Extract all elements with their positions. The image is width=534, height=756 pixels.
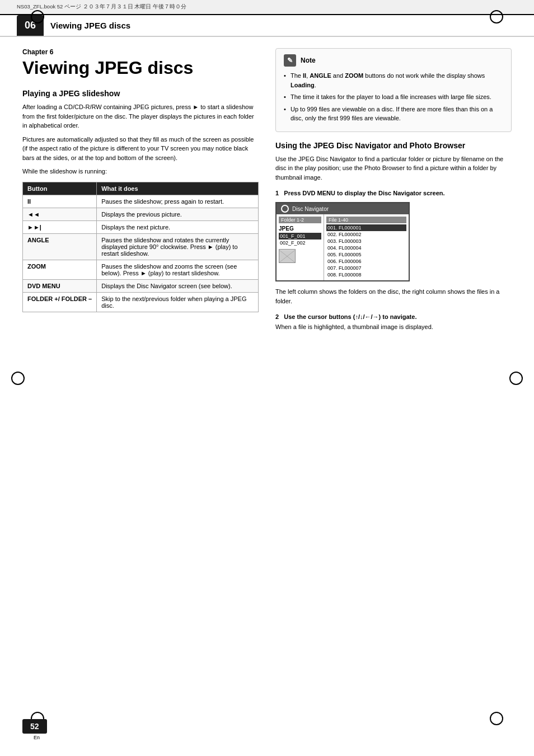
note-item: The time it takes for the player to load…	[284, 92, 503, 102]
note-items: The II, ANGLE and ZOOM buttons do not wo…	[284, 71, 503, 123]
step2-para: When a file is highlighted, a thumbnail …	[275, 322, 512, 332]
table-cell-button: DVD MENU	[23, 279, 97, 292]
disc-nav-body: Folder 1-2 JPEG 001_F_001002_F_002	[277, 214, 409, 280]
table-cell-desc: Pauses the slideshow and rotates the cur…	[97, 233, 259, 260]
table-cell-button: ZOOM	[23, 260, 97, 279]
table-cell-button: ►►|	[23, 220, 97, 233]
disc-nav-file-item: 005. FL000005	[326, 251, 406, 258]
file-info-text: NS03_ZFL.book 52 ページ ２０３年７月３１日 木曜日 午後７時０…	[17, 3, 186, 10]
disc-nav-thumbnail	[279, 249, 296, 263]
note-icon: ✎	[284, 54, 296, 67]
disc-nav-icon	[281, 205, 289, 213]
chapter-label: Chapter 6	[22, 48, 259, 56]
table-header-button: Button	[23, 182, 97, 195]
table-cell-desc: Displays the Disc Navigator screen (see …	[97, 279, 259, 292]
section-heading-navigator: Using the JPEG Disc Navigator and Photo …	[275, 141, 512, 150]
disc-nav-left-panel: Folder 1-2 JPEG 001_F_001002_F_002	[277, 214, 324, 280]
disc-nav-file-item: 007. FL000007	[326, 265, 406, 271]
disc-nav-right-panel: File 1-40 001. FL000001002. FL000002003.…	[324, 214, 409, 280]
table-cell-desc: Displays the next picture.	[97, 220, 259, 233]
table-row: ZOOMPauses the slideshow and zooms the s…	[23, 260, 259, 279]
disc-nav-thumb-row	[279, 248, 321, 264]
table-cell-button: FOLDER +/ FOLDER –	[23, 292, 97, 312]
note-item: Up to 999 files are viewable on a disc. …	[284, 105, 503, 123]
step1-text: Press DVD MENU to display the Disc Navig…	[284, 190, 444, 196]
table-row: IIPauses the slideshow; press again to r…	[23, 195, 259, 208]
disc-nav-folder-item: 001_F_001	[279, 233, 321, 240]
disc-nav-header: Disc Navigator	[277, 203, 409, 214]
table-row: FOLDER +/ FOLDER –Skip to the next/previ…	[23, 292, 259, 312]
chapter-header: 06 Viewing JPEG discs	[0, 15, 534, 37]
note-box: ✎ Note The II, ANGLE and ZOOM buttons do…	[275, 48, 512, 132]
reg-mark-top-right	[490, 10, 503, 24]
step2-text: Use the cursor buttons (↑/↓/←/→) to navi…	[284, 313, 416, 320]
disc-navigator-screen: Disc Navigator Folder 1-2 JPEG 001_F_001…	[275, 202, 410, 281]
disc-nav-file-item: 004. FL000004	[326, 245, 406, 251]
disc-nav-folder-item: 002_F_002	[279, 240, 321, 246]
note-item: The II, ANGLE and ZOOM buttons do not wo…	[284, 71, 503, 90]
disc-nav-files: 001. FL000001002. FL000002003. FL0000030…	[326, 224, 406, 278]
step1-number: 1	[275, 190, 279, 196]
disc-nav-file-item: 001. FL000001	[326, 224, 406, 231]
table-cell-desc: Skip to the next/previous folder when pl…	[97, 292, 259, 312]
table-row: ◄◄Displays the previous picture.	[23, 208, 259, 220]
disc-nav-file-item: 008. FL000008	[326, 271, 406, 278]
reg-mark-right-mid	[509, 372, 523, 385]
table-cell-desc: Pauses the slideshow; press again to res…	[97, 195, 259, 208]
slideshow-para1: After loading a CD/CD-R/RW containing JP…	[22, 102, 259, 130]
reg-mark-left-mid	[11, 372, 25, 385]
disc-nav-file-item: 003. FL000003	[326, 238, 406, 245]
disc-nav-title: Disc Navigator	[292, 206, 329, 212]
main-content: Chapter 6 Viewing JPEG discs Playing a J…	[0, 37, 534, 353]
note-label: Note	[301, 57, 316, 64]
table-cell-button: II	[23, 195, 97, 208]
disc-nav-file-item: 002. FL000002	[326, 231, 406, 238]
table-row: ►►|Displays the next picture.	[23, 220, 259, 233]
disc-nav-folder-header: Folder 1-2	[279, 217, 321, 223]
reg-mark-top-left	[31, 10, 44, 24]
table-cell-button: ANGLE	[23, 233, 97, 260]
table-cell-desc: Displays the previous picture.	[97, 208, 259, 220]
navigator-para1: Use the JPEG Disc Navigator to find a pa…	[275, 154, 512, 182]
table-header-desc: What it does	[97, 182, 259, 195]
disc-nav-file-item: 006. FL000006	[326, 258, 406, 265]
table-row: ANGLEPauses the slideshow and rotates th…	[23, 233, 259, 260]
page-number: 52	[22, 719, 47, 734]
disc-nav-folders: 001_F_001002_F_002	[279, 233, 321, 246]
step2-label: 2 Use the cursor buttons (↑/↓/←/→) to na…	[275, 313, 512, 320]
step1-label: 1 Press DVD MENU to display the Disc Nav…	[275, 190, 512, 196]
section-heading-slideshow: Playing a JPEG slideshow	[22, 89, 259, 98]
table-cell-desc: Pauses the slideshow and zooms the scree…	[97, 260, 259, 279]
note-header: ✎ Note	[284, 54, 503, 67]
table-row: DVD MENUDisplays the Disc Navigator scre…	[23, 279, 259, 292]
slideshow-para3: While the slideshow is running:	[22, 167, 259, 176]
top-file-info: NS03_ZFL.book 52 ページ ２０３年７月３１日 木曜日 午後７時０…	[0, 0, 534, 15]
left-column: Chapter 6 Viewing JPEG discs Playing a J…	[22, 48, 259, 336]
desc-after-nav: The left column shows the folders on the…	[275, 287, 512, 306]
disc-nav-file-header: File 1-40	[326, 217, 406, 223]
slideshow-para2: Pictures are automatically adjusted so t…	[22, 135, 259, 163]
chapter-title: Viewing JPEG discs	[22, 58, 259, 78]
disc-nav-jpeg-label: JPEG	[279, 224, 321, 233]
table-cell-button: ◄◄	[23, 208, 97, 220]
step2-number: 2	[275, 313, 279, 320]
button-table: Button What it does IIPauses the slidesh…	[22, 182, 259, 312]
chapter-header-title: Viewing JPEG discs	[50, 15, 130, 36]
page-lang: En	[34, 735, 40, 740]
right-column: ✎ Note The II, ANGLE and ZOOM buttons do…	[275, 48, 512, 336]
reg-mark-bottom-right	[490, 712, 503, 725]
